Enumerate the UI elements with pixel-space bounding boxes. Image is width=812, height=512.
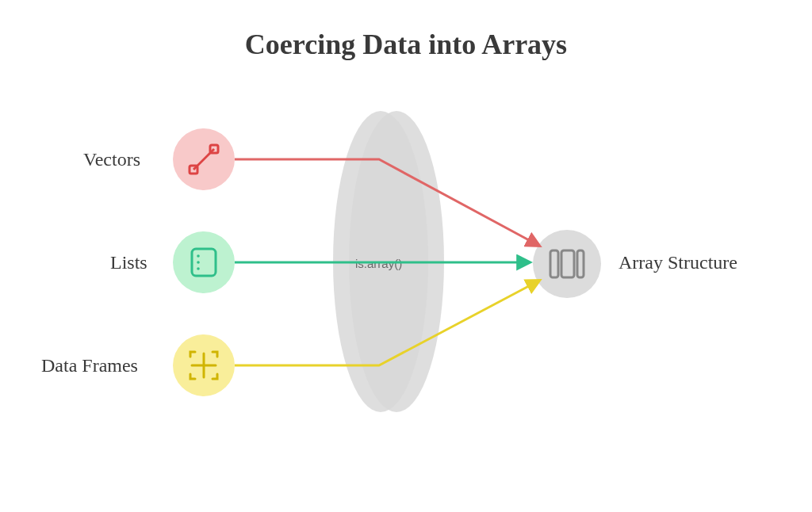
- svg-rect-9: [550, 250, 558, 277]
- svg-rect-11: [577, 250, 584, 277]
- svg-point-5: [197, 261, 200, 264]
- node-array: [533, 230, 601, 298]
- diagram-title: Coercing Data into Arrays: [0, 28, 812, 61]
- node-frames: [173, 334, 235, 396]
- svg-point-6: [197, 267, 200, 270]
- label-vectors: Vectors: [83, 149, 140, 170]
- label-array: Array Structure: [619, 252, 737, 273]
- label-frames: Data Frames: [41, 355, 138, 376]
- svg-rect-10: [561, 250, 574, 277]
- dataframe-icon: [184, 346, 224, 385]
- function-label: is.array(): [355, 257, 402, 270]
- vector-icon: [186, 141, 222, 178]
- node-vectors: [173, 128, 235, 190]
- diagram-stage: is.array() Vectors Lists Data Frames: [0, 79, 812, 476]
- array-icon: [546, 243, 588, 285]
- svg-rect-3: [192, 249, 216, 276]
- list-icon: [186, 244, 222, 281]
- svg-point-4: [197, 254, 200, 258]
- node-lists: [173, 231, 235, 293]
- label-lists: Lists: [110, 252, 147, 273]
